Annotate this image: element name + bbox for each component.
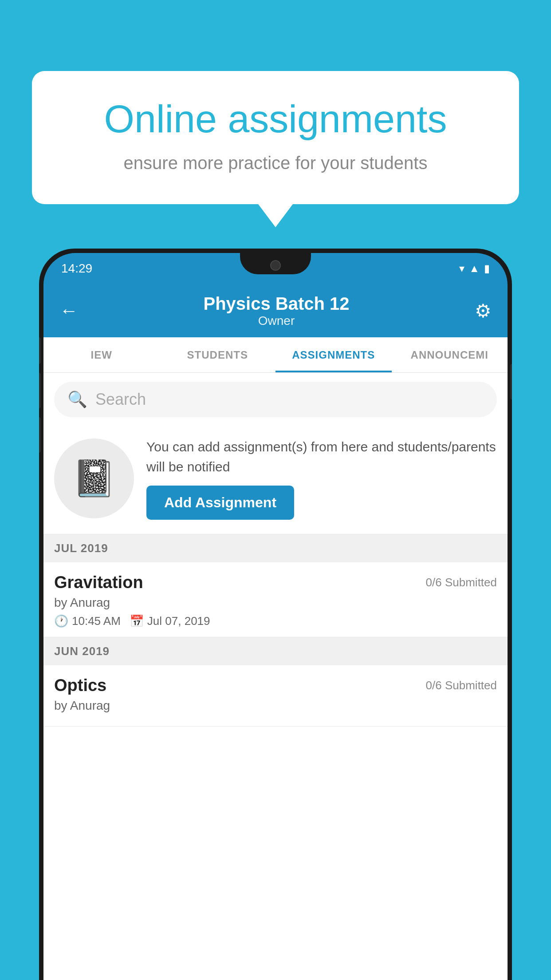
assignment-meta-gravitation: 🕐 10:45 AM 📅 Jul 07, 2019 bbox=[54, 614, 497, 628]
assignment-by-gravitation: by Anurag bbox=[54, 596, 497, 610]
bubble-subtitle: ensure more practice for your students bbox=[63, 153, 488, 173]
app-bar-title-block: Physics Batch 12 Owner bbox=[78, 294, 475, 328]
promo-description: You can add assignment(s) from here and … bbox=[146, 437, 497, 477]
back-button[interactable]: ← bbox=[59, 300, 78, 321]
tab-bar: IEW STUDENTS ASSIGNMENTS ANNOUNCEMI bbox=[43, 337, 508, 373]
wifi-icon: ▾ bbox=[459, 262, 464, 275]
silent-button bbox=[39, 417, 41, 453]
speech-bubble: Online assignments ensure more practice … bbox=[32, 71, 519, 204]
app-bar-subtitle: Owner bbox=[78, 314, 475, 328]
assignment-top: Gravitation 0/6 Submitted bbox=[54, 573, 497, 592]
calendar-icon: 📅 bbox=[130, 614, 144, 628]
camera bbox=[270, 260, 281, 271]
section-header-jun: JUN 2019 bbox=[43, 637, 508, 665]
notebook-icon: 📓 bbox=[72, 458, 116, 499]
tab-students[interactable]: STUDENTS bbox=[160, 337, 276, 372]
assignment-by-optics: by Anurag bbox=[54, 699, 497, 713]
status-time: 14:29 bbox=[61, 261, 92, 276]
assignment-date-value: Jul 07, 2019 bbox=[147, 614, 210, 628]
assignment-top-optics: Optics 0/6 Submitted bbox=[54, 676, 497, 695]
volume-down-button bbox=[39, 373, 41, 408]
assignment-name-optics: Optics bbox=[54, 676, 106, 695]
assignment-item-gravitation[interactable]: Gravitation 0/6 Submitted by Anurag 🕐 10… bbox=[43, 562, 508, 637]
signal-icon: ▲ bbox=[469, 262, 480, 275]
assignment-time-gravitation: 🕐 10:45 AM bbox=[54, 614, 121, 628]
promo-content: You can add assignment(s) from here and … bbox=[146, 437, 497, 520]
assignment-submitted-optics: 0/6 Submitted bbox=[426, 676, 497, 692]
battery-icon: ▮ bbox=[484, 262, 490, 275]
search-placeholder: Search bbox=[95, 390, 146, 409]
phone-screen: 14:29 ▾ ▲ ▮ ← Physics Batch 12 Owner ⚙ I… bbox=[43, 253, 508, 980]
settings-button[interactable]: ⚙ bbox=[475, 300, 492, 322]
app-bar: ← Physics Batch 12 Owner ⚙ bbox=[43, 284, 508, 337]
assignment-time-value: 10:45 AM bbox=[72, 614, 121, 628]
assignment-item-optics[interactable]: Optics 0/6 Submitted by Anurag bbox=[43, 665, 508, 727]
promo-card: Online assignments ensure more practice … bbox=[32, 71, 519, 204]
assignment-date-gravitation: 📅 Jul 07, 2019 bbox=[130, 614, 210, 628]
assignment-submitted-gravitation: 0/6 Submitted bbox=[426, 573, 497, 589]
power-button bbox=[510, 364, 512, 399]
content-area: 🔍 Search 📓 You can add assignment(s) fro… bbox=[43, 373, 508, 980]
search-bar[interactable]: 🔍 Search bbox=[54, 382, 497, 417]
tab-iew[interactable]: IEW bbox=[43, 337, 160, 372]
volume-up-button bbox=[39, 337, 41, 364]
promo-section: 📓 You can add assignment(s) from here an… bbox=[43, 426, 508, 534]
phone-mockup: 14:29 ▾ ▲ ▮ ← Physics Batch 12 Owner ⚙ I… bbox=[39, 249, 512, 980]
promo-icon-circle: 📓 bbox=[54, 439, 134, 518]
bubble-title: Online assignments bbox=[63, 98, 488, 141]
tab-announcements[interactable]: ANNOUNCEMI bbox=[392, 337, 508, 372]
add-assignment-button[interactable]: Add Assignment bbox=[146, 486, 294, 520]
assignment-name-gravitation: Gravitation bbox=[54, 573, 143, 592]
notch bbox=[240, 253, 311, 274]
tab-assignments[interactable]: ASSIGNMENTS bbox=[276, 337, 392, 372]
app-bar-title: Physics Batch 12 bbox=[78, 294, 475, 314]
section-header-jul: JUL 2019 bbox=[43, 534, 508, 562]
clock-icon: 🕐 bbox=[54, 614, 68, 628]
status-icons: ▾ ▲ ▮ bbox=[459, 262, 490, 275]
search-icon: 🔍 bbox=[67, 390, 87, 409]
